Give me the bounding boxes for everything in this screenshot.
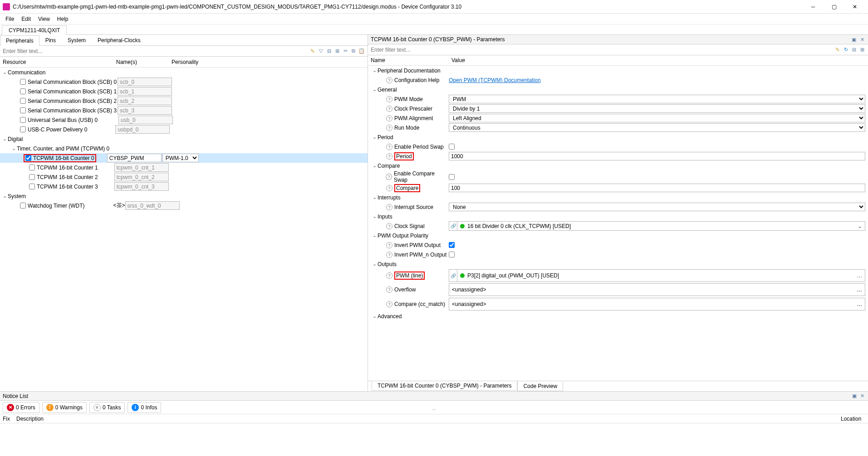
tasks-filter-button[interactable]: ≡0 Tasks [89, 402, 125, 413]
chevron-down-icon[interactable] [372, 261, 378, 267]
checkbox-scb1[interactable] [20, 88, 26, 94]
collapse-handle-icon[interactable]: ︿ [432, 406, 436, 412]
warnings-filter-button[interactable]: !0 Warnings [42, 402, 87, 413]
value-pwm-mode[interactable]: PWM [449, 95, 865, 103]
more-icon[interactable]: … [857, 286, 862, 293]
errors-filter-button[interactable]: ✕0 Errors [3, 402, 39, 413]
help-icon[interactable]: ? [386, 272, 392, 279]
edit-icon[interactable]: ✎ [309, 48, 316, 54]
value-pwm-line[interactable]: 🔗P3[2] digital_out (PWM_OUT) [USED]… [449, 269, 865, 282]
name-scb3[interactable] [118, 106, 172, 115]
expand-icon[interactable]: ⊞ [334, 48, 340, 54]
tab-pins[interactable]: Pins [39, 35, 62, 45]
value-invert-pwm-n[interactable] [449, 252, 455, 257]
name-cnt3[interactable] [114, 182, 169, 191]
parameters-tree[interactable]: Peripheral Documentation ?Configuration … [368, 66, 868, 381]
checkbox-scb0[interactable] [20, 79, 26, 85]
chevron-down-icon[interactable] [372, 163, 378, 169]
checkbox-wdt[interactable] [20, 203, 26, 209]
group-advanced[interactable]: Advanced [378, 313, 402, 320]
refresh-icon[interactable]: ↻ [843, 47, 849, 53]
more-icon[interactable]: … [857, 301, 862, 307]
name-cnt0[interactable] [107, 154, 162, 162]
close-panel-icon[interactable]: ✕ [859, 393, 865, 399]
resource-cnt1[interactable]: TCPWM 16-bit Counter 1 [29, 165, 98, 171]
menu-file[interactable]: File [2, 15, 18, 23]
group-period[interactable]: Period [378, 134, 393, 141]
name-usb0[interactable] [118, 116, 173, 124]
close-button[interactable]: ✕ [844, 0, 865, 14]
value-overflow[interactable]: <unassigned>… [449, 283, 865, 296]
value-cc-match[interactable]: <unassigned>… [449, 298, 865, 310]
value-enable-compare-swap[interactable] [449, 174, 455, 180]
doc-link[interactable]: Open PWM (TCPWM) Documentation [449, 77, 541, 83]
checkbox-cnt0[interactable] [25, 155, 31, 161]
close-panel-icon[interactable]: ✕ [859, 36, 865, 43]
collapse-icon[interactable]: ⊟ [326, 48, 332, 54]
value-clock-signal[interactable]: 🔗16 bit Divider 0 clk (CLK_TCPWM) [USED]… [449, 221, 865, 231]
chevron-down-icon[interactable] [372, 233, 378, 238]
tab-parameters[interactable]: TCPWM 16-bit Counter 0 (CYBSP_PWM) - Par… [372, 381, 517, 391]
resource-scb2[interactable]: Serial Communication Block (SCB) 2 [20, 98, 117, 104]
checkbox-cnt1[interactable] [29, 165, 35, 170]
value-interrupt-source[interactable]: None [449, 203, 865, 211]
help-icon[interactable]: ? [386, 96, 392, 102]
resource-cnt2[interactable]: TCPWM 16-bit Counter 2 [29, 174, 98, 180]
chevron-down-icon[interactable] [11, 146, 17, 151]
help-icon[interactable]: ? [386, 252, 392, 258]
chevron-down-icon[interactable] [372, 68, 378, 73]
chevron-down-icon[interactable] [372, 134, 378, 140]
chevron-down-icon[interactable] [2, 136, 8, 142]
value-pwm-alignment[interactable]: Left Aligned [449, 114, 865, 122]
dock-icon[interactable]: ▣ [851, 393, 858, 399]
name-usbpd0[interactable] [115, 125, 170, 134]
value-clock-prescaler[interactable]: Divide by 1 [449, 104, 865, 113]
chevron-down-icon[interactable] [372, 213, 378, 219]
checkbox-scb3[interactable] [20, 107, 26, 113]
tab-peripherals[interactable]: Peripherals [0, 35, 39, 46]
expand-icon[interactable]: ⊞ [859, 47, 865, 53]
chevron-down-icon[interactable] [372, 194, 378, 200]
help-icon[interactable]: ? [386, 286, 392, 293]
filter-icon[interactable]: ▽ [318, 48, 324, 54]
collapse-icon[interactable]: ⊟ [851, 47, 857, 53]
notice-list-body[interactable] [0, 423, 868, 456]
checkbox-usb0[interactable] [20, 117, 26, 123]
resource-tree[interactable]: Communication Serial Communication Block… [0, 68, 368, 391]
group-system[interactable]: System [8, 193, 26, 199]
help-icon[interactable]: ? [386, 115, 392, 121]
group-inputs[interactable]: Inputs [378, 213, 392, 220]
help-icon[interactable]: ? [386, 125, 392, 131]
name-scb2[interactable] [118, 97, 172, 105]
minimize-button[interactable]: ─ [803, 0, 824, 14]
resource-usbpd0[interactable]: USB-C Power Delivery 0 [20, 126, 87, 133]
device-tab[interactable]: CYPM1211-40LQXIT [2, 25, 67, 35]
help-icon[interactable]: ? [386, 204, 392, 210]
group-polarity[interactable]: PWM Output Polarity [378, 233, 428, 239]
help-icon[interactable]: ? [386, 77, 392, 83]
group-peripheral-doc[interactable]: Peripheral Documentation [378, 68, 441, 74]
personality-cnt0[interactable]: PWM-1.0 [162, 154, 199, 162]
name-cnt2[interactable] [114, 173, 169, 181]
more-icon[interactable]: … [854, 272, 865, 279]
group-outputs[interactable]: Outputs [378, 261, 397, 267]
link-icon[interactable]: 🔗 [449, 270, 457, 281]
infos-filter-button[interactable]: i0 Infos [128, 402, 161, 413]
group-compare[interactable]: Compare [378, 163, 400, 169]
edit-icon[interactable]: ✎ [834, 47, 841, 53]
copy-icon[interactable]: ⧉ [350, 48, 357, 54]
help-icon[interactable]: ? [386, 106, 392, 112]
help-icon[interactable]: ? [386, 301, 392, 307]
dock-icon[interactable]: ▣ [851, 36, 857, 43]
chevron-down-icon[interactable]: ⌄ [855, 223, 865, 229]
checkbox-cnt2[interactable] [29, 174, 35, 180]
help-icon[interactable]: ? [386, 174, 392, 180]
group-tcpwm0[interactable]: Timer, Counter, and PWM (TCPWM) 0 [17, 146, 109, 152]
tab-peripheral-clocks[interactable]: Peripheral-Clocks [92, 35, 147, 45]
tab-code-preview[interactable]: Code Preview [517, 382, 563, 391]
checkbox-scb2[interactable] [20, 98, 26, 104]
help-icon[interactable]: ? [386, 144, 392, 150]
value-enable-period-swap[interactable] [449, 144, 455, 150]
group-interrupts[interactable]: Interrupts [378, 194, 401, 201]
help-icon[interactable]: ? [386, 153, 392, 160]
